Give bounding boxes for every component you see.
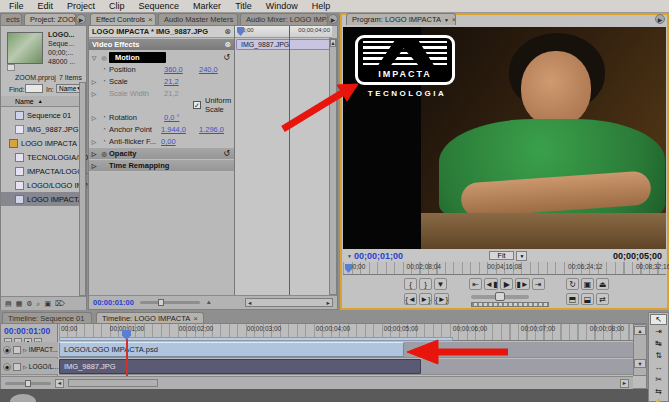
stopwatch-icon[interactable]: ◔ <box>99 126 109 132</box>
anchor-x-value[interactable]: 1.944,0 <box>161 125 186 134</box>
find-icon[interactable]: ⌕ <box>37 300 41 308</box>
tab-project-zoom[interactable]: Project: ZOOM × <box>24 13 76 25</box>
export-frame-button[interactable]: ⇄ <box>596 293 609 305</box>
timeline-playhead-line[interactable] <box>126 339 128 381</box>
reset-icon[interactable]: ↺ <box>223 149 230 158</box>
menu-clip[interactable]: Clip <box>102 1 132 11</box>
go-to-next-edit-button[interactable]: ►} <box>419 293 432 305</box>
antiflicker-value[interactable]: 0,00 <box>161 137 176 146</box>
list-view-icon[interactable]: ▤ <box>5 300 12 308</box>
step-back-button[interactable]: ◄▮ <box>484 278 498 290</box>
tab-effects-partial[interactable]: ects <box>0 13 22 25</box>
ec-ruler[interactable]: ;00;00 00;00;04;00 <box>235 26 332 38</box>
fit-dropdown[interactable]: Fit <box>489 251 515 260</box>
timeline-h-scroll-thumb[interactable] <box>68 379 158 387</box>
tab-program[interactable]: Program: LOGO IMPACTA ▼ × <box>346 13 456 25</box>
preview-play-icon[interactable] <box>7 64 15 71</box>
timeline-v-scrollbar[interactable]: ▲ ▼ <box>633 324 647 376</box>
effect-controls-panel-menu-icon[interactable]: ▶ <box>328 14 338 24</box>
find-input[interactable] <box>25 84 43 93</box>
play-button[interactable]: ▶ <box>500 278 513 290</box>
menu-help[interactable]: Help <box>305 1 338 11</box>
rotation-value[interactable]: 0,0 ° <box>164 113 180 122</box>
ec-clip-bar[interactable]: IMG_9887.JPG <box>236 39 331 50</box>
ec-scrollbar[interactable]: ▲ <box>329 38 337 295</box>
position-x-value[interactable]: 360,0 <box>164 65 183 74</box>
scale-value[interactable]: 21,2 <box>164 77 179 86</box>
close-icon[interactable]: × <box>452 15 456 24</box>
scroll-right-icon[interactable]: ► <box>620 379 629 388</box>
fit-dropdown-arrow-icon[interactable]: ▼ <box>516 251 527 261</box>
tab-audio-mixer[interactable]: Audio Mixer: LOGO IMPACTA <box>240 13 328 25</box>
timeline-zoom-slider[interactable] <box>5 382 51 385</box>
step-forward-button[interactable]: ▮► <box>515 278 529 290</box>
collapse-track-icon[interactable]: ▷ <box>23 364 27 370</box>
program-video-frame[interactable]: IMPACTA TECNOLOGIA <box>343 27 666 249</box>
go-to-in-button[interactable]: ⇤ <box>469 278 482 290</box>
close-icon[interactable]: × <box>193 314 198 323</box>
play-in-to-out-button[interactable]: {►} <box>434 293 449 305</box>
automate-icon[interactable]: ⚙ <box>26 300 32 308</box>
go-to-prev-edit-button[interactable]: {◄ <box>404 293 417 305</box>
go-to-out-button[interactable]: ⇥ <box>532 278 545 290</box>
timeline-clip-logo-impacta[interactable]: LOGO/LOGO IMPACTA.psd <box>59 342 404 357</box>
program-current-timecode[interactable]: 00;00;01;00 <box>354 251 403 261</box>
effect-row-time-remapping[interactable]: ▷ Time Remapping <box>89 160 234 171</box>
menu-window[interactable]: Window <box>259 1 305 11</box>
stopwatch-icon[interactable]: ◔ <box>99 78 109 84</box>
position-y-value[interactable]: 240,0 <box>199 65 218 74</box>
work-area-bar[interactable] <box>59 337 453 341</box>
stopwatch-icon[interactable]: ◔ <box>99 138 109 144</box>
ec-zoom-slider[interactable] <box>140 301 200 304</box>
reset-icon[interactable]: ↺ <box>223 53 230 62</box>
project-panel-menu-icon[interactable]: ▶ <box>76 14 86 24</box>
twirl-open-icon[interactable]: ▽ <box>89 54 99 61</box>
timeline-ruler[interactable]: 00;00 00;00;01;00 00;00;02;00 00;00;03;0… <box>59 324 633 341</box>
set-out-point-button[interactable]: } <box>419 278 432 290</box>
menu-project[interactable]: Project <box>60 1 102 11</box>
track-select-tool-icon[interactable]: ⇥ <box>650 326 667 337</box>
list-item[interactable]: LOGO/LOGO IMP... <box>1 178 86 192</box>
chevron-down-icon[interactable]: ▼ <box>444 17 449 23</box>
twirl-closed-icon[interactable]: ▷ <box>89 162 99 169</box>
set-marker-button[interactable]: ▼ <box>434 278 447 290</box>
close-icon[interactable]: × <box>148 15 153 24</box>
project-scrollbar[interactable] <box>79 82 86 296</box>
track-name[interactable]: IMPACT... <box>29 346 58 353</box>
program-playhead-marker[interactable] <box>345 264 352 273</box>
project-preview-thumbnail[interactable] <box>7 32 43 64</box>
set-in-point-button[interactable]: { <box>404 278 417 290</box>
uniform-scale-checkbox[interactable]: ✓ <box>193 101 201 109</box>
clear-icon[interactable]: ⌦ <box>55 300 65 308</box>
safe-margins-button[interactable]: ▣ <box>581 278 594 290</box>
track-lock-icon[interactable] <box>13 363 21 371</box>
hand-tool-icon[interactable]: ✋ <box>650 398 667 402</box>
menu-title[interactable]: Title <box>228 1 259 11</box>
output-button[interactable]: ⏏ <box>596 278 609 290</box>
twirl-closed-icon[interactable]: ▷ <box>89 138 99 145</box>
ripple-edit-tool-icon[interactable]: ↹ <box>650 338 667 349</box>
effect-row-opacity[interactable]: ▷ ◎ Opacity ↺ <box>89 148 234 159</box>
program-ruler[interactable]: 00;00 00;02;08;04 00;04;16;08 00;06;24;1… <box>343 262 666 275</box>
menu-edit[interactable]: Edit <box>31 1 61 11</box>
toggle-track-output-icon[interactable]: ◉ <box>3 346 11 354</box>
ec-horizontal-scrollbar[interactable]: ◄► <box>245 298 333 307</box>
list-item[interactable]: Sequence 01 <box>1 108 86 122</box>
selection-tool-icon[interactable]: ↖ <box>650 314 667 325</box>
show-keyframes-icon[interactable]: ⊗ <box>224 27 231 36</box>
tab-audio-master-meters[interactable]: Audio Master Meters <box>158 13 238 25</box>
name-column-header[interactable]: Name ▲ <box>1 96 86 107</box>
program-panel-menu-icon[interactable]: ▶ <box>655 14 665 24</box>
close-section-icon[interactable]: ⊗ <box>225 40 231 49</box>
ec-current-timecode[interactable]: 00:00:01:00 <box>93 298 134 307</box>
ec-playhead-line[interactable] <box>289 26 290 295</box>
scroll-left-icon[interactable]: ◄ <box>55 379 64 388</box>
track-1-lane[interactable]: LOGO/LOGO IMPACTA.psd <box>59 342 633 358</box>
razor-tool-icon[interactable]: ✂ <box>650 374 667 385</box>
tab-effect-controls[interactable]: Effect Controls × <box>90 13 156 25</box>
twirl-closed-icon[interactable]: ▷ <box>89 150 99 157</box>
anchor-y-value[interactable]: 1.296,0 <box>199 125 224 134</box>
timeline-current-timecode[interactable]: 00:00:01:00 <box>1 324 57 336</box>
list-item[interactable]: IMPACTA/LOGO ... <box>1 164 86 178</box>
video-effects-section[interactable]: Video Effects ⊗ <box>89 39 234 50</box>
